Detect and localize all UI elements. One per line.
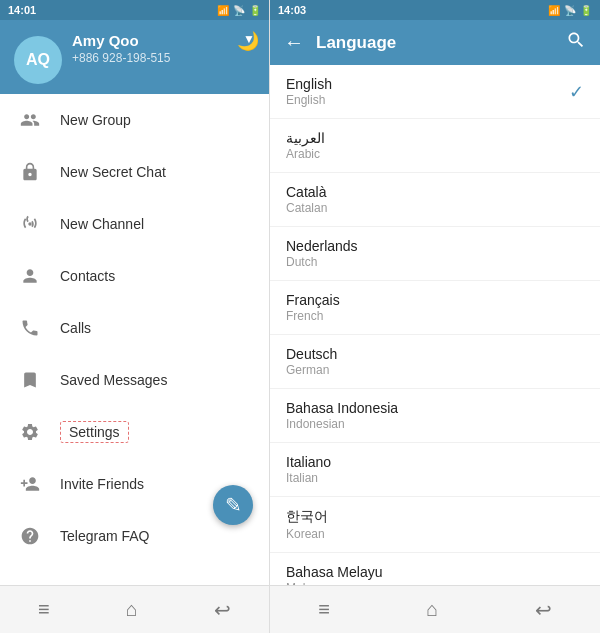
left-wifi-icon: 📡 bbox=[233, 5, 245, 16]
left-header: AQ Amy Qoo +886 928-198-515 ▼ 🌙 bbox=[0, 20, 269, 94]
profile-phone: +886 928-198-515 bbox=[72, 51, 239, 65]
right-panel: 14:03 📶 📡 🔋 ← Language English English ✓… bbox=[270, 0, 600, 633]
back-button[interactable]: ← bbox=[284, 31, 304, 54]
lang-text-english: English English bbox=[286, 76, 332, 107]
profile-name: Amy Qoo bbox=[72, 32, 239, 49]
left-battery-icon: 🔋 bbox=[249, 5, 261, 16]
menu-item-new-secret-chat[interactable]: New Secret Chat bbox=[0, 146, 269, 198]
lang-native-english: English bbox=[286, 93, 332, 107]
lang-item-indonesian[interactable]: Bahasa Indonesia Indonesian bbox=[270, 389, 600, 443]
lang-text-catalan: Català Catalan bbox=[286, 184, 327, 215]
lang-item-korean[interactable]: 한국어 Korean bbox=[270, 497, 600, 553]
lang-item-catalan[interactable]: Català Catalan bbox=[270, 173, 600, 227]
moon-icon[interactable]: 🌙 bbox=[237, 30, 259, 52]
lang-name-korean: 한국어 bbox=[286, 508, 328, 526]
left-bottom-bar: ≡ ⌂ ↩ bbox=[0, 585, 269, 633]
lang-name-arabic: العربية bbox=[286, 130, 325, 146]
fab-button[interactable]: ✎ bbox=[213, 485, 253, 525]
right-bottom-menu-icon[interactable]: ≡ bbox=[318, 598, 330, 621]
language-header: ← Language bbox=[270, 20, 600, 65]
settings-label: Settings bbox=[60, 421, 129, 443]
left-status-bar: 14:01 📶 📡 🔋 bbox=[0, 0, 269, 20]
lang-native-catalan: Catalan bbox=[286, 201, 327, 215]
lang-name-english: English bbox=[286, 76, 332, 92]
search-icon[interactable] bbox=[566, 30, 586, 55]
left-content-wrapper: New Group New Secret Chat New Channel Co… bbox=[0, 94, 269, 585]
lang-text-french: Français French bbox=[286, 292, 340, 323]
right-bottom-home-icon[interactable]: ⌂ bbox=[426, 598, 438, 621]
lang-native-indonesian: Indonesian bbox=[286, 417, 398, 431]
lang-item-arabic[interactable]: العربية Arabic bbox=[270, 119, 600, 173]
lang-text-malay: Bahasa Melayu Malay bbox=[286, 564, 383, 585]
lang-check-english: ✓ bbox=[569, 81, 584, 103]
lang-native-german: German bbox=[286, 363, 337, 377]
invite-friends-icon bbox=[16, 470, 44, 498]
lang-name-dutch: Nederlands bbox=[286, 238, 358, 254]
menu-item-saved-messages[interactable]: Saved Messages bbox=[0, 354, 269, 406]
lang-text-german: Deutsch German bbox=[286, 346, 337, 377]
invite-friends-label: Invite Friends bbox=[60, 476, 144, 492]
lang-text-korean: 한국어 Korean bbox=[286, 508, 328, 541]
saved-messages-icon bbox=[16, 366, 44, 394]
settings-icon bbox=[16, 418, 44, 446]
lang-item-english[interactable]: English English ✓ bbox=[270, 65, 600, 119]
telegram-faq-label: Telegram FAQ bbox=[60, 528, 149, 544]
left-signal-icon: 📶 bbox=[217, 5, 229, 16]
lang-name-french: Français bbox=[286, 292, 340, 308]
right-status-icons: 📶 📡 🔋 bbox=[548, 5, 592, 16]
lang-item-german[interactable]: Deutsch German bbox=[270, 335, 600, 389]
left-time: 14:01 bbox=[8, 4, 36, 16]
right-time: 14:03 bbox=[278, 4, 306, 16]
saved-messages-label: Saved Messages bbox=[60, 372, 167, 388]
menu-item-settings[interactable]: Settings bbox=[0, 406, 269, 458]
left-panel: 14:01 📶 📡 🔋 AQ Amy Qoo +886 928-198-515 … bbox=[0, 0, 270, 633]
lang-text-dutch: Nederlands Dutch bbox=[286, 238, 358, 269]
new-secret-chat-label: New Secret Chat bbox=[60, 164, 166, 180]
language-title: Language bbox=[316, 33, 554, 53]
lang-name-indonesian: Bahasa Indonesia bbox=[286, 400, 398, 416]
lang-text-italian: Italiano Italian bbox=[286, 454, 331, 485]
lang-item-italian[interactable]: Italiano Italian bbox=[270, 443, 600, 497]
menu-item-new-group[interactable]: New Group bbox=[0, 94, 269, 146]
profile-area[interactable]: AQ Amy Qoo +886 928-198-515 ▼ 🌙 bbox=[0, 20, 269, 94]
left-status-icons: 📶 📡 🔋 bbox=[217, 5, 261, 16]
contacts-icon bbox=[16, 262, 44, 290]
lang-item-dutch[interactable]: Nederlands Dutch bbox=[270, 227, 600, 281]
left-bottom-home-icon[interactable]: ⌂ bbox=[126, 598, 138, 621]
left-bottom-menu-icon[interactable]: ≡ bbox=[38, 598, 50, 621]
right-bottom-back-icon[interactable]: ↩ bbox=[535, 598, 552, 622]
profile-info: Amy Qoo +886 928-198-515 bbox=[72, 32, 239, 65]
avatar: AQ bbox=[14, 36, 62, 84]
lang-native-french: French bbox=[286, 309, 340, 323]
lang-native-italian: Italian bbox=[286, 471, 331, 485]
calls-label: Calls bbox=[60, 320, 91, 336]
lang-native-korean: Korean bbox=[286, 527, 328, 541]
lang-item-french[interactable]: Français French bbox=[270, 281, 600, 335]
lang-text-arabic: العربية Arabic bbox=[286, 130, 325, 161]
menu-item-contacts[interactable]: Contacts bbox=[0, 250, 269, 302]
lang-name-german: Deutsch bbox=[286, 346, 337, 362]
new-channel-label: New Channel bbox=[60, 216, 144, 232]
right-bottom-bar: ≡ ⌂ ↩ bbox=[270, 585, 600, 633]
telegram-faq-icon bbox=[16, 522, 44, 550]
right-wifi-icon: 📡 bbox=[564, 5, 576, 16]
contacts-label: Contacts bbox=[60, 268, 115, 284]
new-group-icon bbox=[16, 106, 44, 134]
lang-name-catalan: Català bbox=[286, 184, 327, 200]
new-secret-chat-icon bbox=[16, 158, 44, 186]
menu-item-new-channel[interactable]: New Channel bbox=[0, 198, 269, 250]
right-status-bar: 14:03 📶 📡 🔋 bbox=[270, 0, 600, 20]
left-bottom-back-icon[interactable]: ↩ bbox=[214, 598, 231, 622]
right-battery-icon: 🔋 bbox=[580, 5, 592, 16]
calls-icon bbox=[16, 314, 44, 342]
lang-text-indonesian: Bahasa Indonesia Indonesian bbox=[286, 400, 398, 431]
lang-name-malay: Bahasa Melayu bbox=[286, 564, 383, 580]
menu-item-calls[interactable]: Calls bbox=[0, 302, 269, 354]
lang-native-dutch: Dutch bbox=[286, 255, 358, 269]
lang-native-arabic: Arabic bbox=[286, 147, 325, 161]
language-list: English English ✓ العربية Arabic Català … bbox=[270, 65, 600, 585]
new-channel-icon bbox=[16, 210, 44, 238]
lang-item-malay[interactable]: Bahasa Melayu Malay bbox=[270, 553, 600, 585]
lang-name-italian: Italiano bbox=[286, 454, 331, 470]
new-group-label: New Group bbox=[60, 112, 131, 128]
